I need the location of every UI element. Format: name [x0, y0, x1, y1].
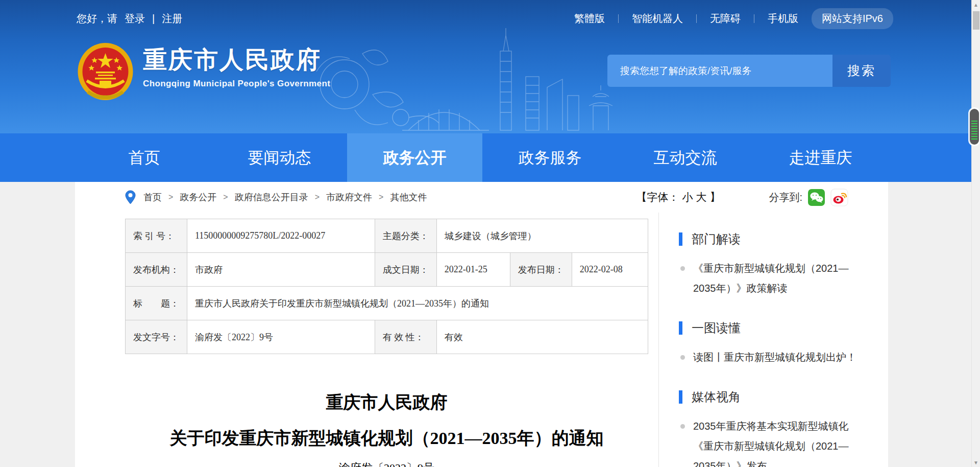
sidebar-section-title: 媒体视角: [692, 389, 741, 405]
font-larger-button[interactable]: 大: [696, 190, 706, 204]
content-area: 首页 > 政务公开 > 政府信息公开目录 > 市政府文件 > 其他文件 【字体：…: [0, 182, 971, 467]
traditional-chinese-link[interactable]: 繁體版: [574, 12, 605, 26]
search-bar: 搜索: [607, 55, 891, 87]
mobile-version-link[interactable]: 手机版: [768, 12, 798, 26]
list-item[interactable]: 2035年重庆将基本实现新型城镇化 《重庆市新型城镇化规划（2021—2035年…: [679, 416, 867, 467]
national-emblem-icon: [77, 42, 134, 101]
scroll-up-arrow-icon[interactable]: ▲: [972, 2, 980, 8]
bullet-icon: [680, 424, 685, 429]
utility-bar: 您好，请 登录 | 注册 繁體版 智能机器人 无障碍 手机版 网站支持IPv6: [77, 0, 893, 37]
sidebar-section-header: 一图读懂: [679, 320, 867, 336]
meta-written-date-value: 2022-01-25: [436, 253, 510, 287]
font-size-widget: 【字体： 小 大 】: [636, 190, 720, 204]
meta-index-label: 索 引 号：: [126, 219, 187, 253]
section-accent-bar: [679, 390, 682, 404]
floating-scroll-widget[interactable]: [970, 109, 979, 145]
nav-item-interaction[interactable]: 互动交流: [618, 133, 753, 182]
sidebar-link[interactable]: 读图丨重庆市新型城镇化规划出炉！: [693, 347, 856, 367]
meta-issuer-label: 发布机构：: [126, 253, 187, 287]
location-pin-icon: [125, 190, 136, 204]
meta-title-label: 标 题：: [126, 287, 187, 320]
nav-item-about-chongqing[interactable]: 走进重庆: [753, 133, 888, 182]
main-nav: 首页 要闻动态 政务公开 政务服务 互动交流 走进重庆: [0, 133, 971, 182]
site-banner: 您好，请 登录 | 注册 繁體版 智能机器人 无障碍 手机版 网站支持IPv6: [0, 0, 971, 133]
sidebar-section-one-image: 一图读懂 读图丨重庆市新型城镇化规划出炉！: [679, 320, 867, 367]
wechat-share-icon[interactable]: [807, 189, 825, 206]
nav-item-gov-affairs-open[interactable]: 政务公开: [347, 133, 482, 182]
separator: [754, 14, 754, 23]
sidebar-link[interactable]: 《重庆市新型城镇化规划（2021—2035年）》政策解读: [693, 259, 867, 298]
greeting-text: 您好，请: [77, 12, 117, 26]
share-group: 分享到:: [769, 189, 848, 206]
page: 您好，请 登录 | 注册 繁體版 智能机器人 无障碍 手机版 网站支持IPv6: [0, 0, 971, 467]
font-size-label: 【字体：: [636, 190, 679, 204]
nav-item-home[interactable]: 首页: [77, 133, 212, 182]
share-label: 分享到:: [769, 191, 802, 204]
font-smaller-button[interactable]: 小: [682, 190, 693, 204]
section-accent-bar: [679, 321, 682, 335]
breadcrumb-separator: >: [315, 193, 320, 202]
sidebar-section-media-view: 媒体视角 2035年重庆将基本实现新型城镇化 《重庆市新型城镇化规划（2021—…: [679, 389, 867, 467]
scroll-down-arrow-icon[interactable]: ▼: [972, 460, 980, 465]
meta-title-value: 重庆市人民政府关于印发重庆市新型城镇化规划（2021—2035年）的通知: [187, 287, 648, 320]
sidebar-section-title: 一图读懂: [692, 320, 741, 336]
accessibility-link[interactable]: 无障碍: [710, 12, 741, 26]
list-item[interactable]: 《重庆市新型城镇化规划（2021—2035年）》政策解读: [679, 259, 867, 298]
page-tools: 【字体： 小 大 】 分享到:: [636, 189, 848, 206]
meta-topic-value: 城乡建设（城乡管理）: [436, 219, 648, 253]
breadcrumb-item-home[interactable]: 首页: [143, 191, 162, 203]
login-link[interactable]: 登录: [125, 12, 145, 26]
weibo-share-icon[interactable]: [830, 189, 848, 206]
document-meta-table: 索 引 号： 11500000009275780L/2022-00027 主题分…: [125, 219, 648, 354]
breadcrumb: 首页 > 政务公开 > 政府信息公开目录 > 市政府文件 > 其他文件: [143, 191, 427, 203]
sidebar-link[interactable]: 2035年重庆将基本实现新型城镇化 《重庆市新型城镇化规划（2021—2035年…: [693, 416, 867, 467]
separator: [696, 14, 697, 23]
meta-validity-value: 有效: [436, 320, 648, 354]
content-card: 首页 > 政务公开 > 政府信息公开目录 > 市政府文件 > 其他文件 【字体：…: [75, 182, 888, 467]
section-accent-bar: [679, 232, 682, 246]
login-register-divider: |: [152, 13, 155, 25]
scrollbar[interactable]: ▲ ▼: [971, 0, 980, 467]
meta-publish-date-label: 发布日期：: [510, 253, 572, 287]
search-input[interactable]: [607, 55, 832, 87]
sidebar-section-header: 部门解读: [679, 231, 867, 247]
table-row: 索 引 号： 11500000009275780L/2022-00027 主题分…: [126, 219, 648, 253]
bullet-icon: [680, 266, 685, 271]
breadcrumb-separator: >: [379, 193, 383, 202]
content-columns: 索 引 号： 11500000009275780L/2022-00027 主题分…: [75, 213, 888, 467]
meta-doc-no-label: 发文字号：: [126, 320, 187, 354]
utility-links: 繁體版 智能机器人 无障碍 手机版 网站支持IPv6: [574, 8, 893, 29]
meta-validity-label: 有 效 性：: [375, 320, 436, 354]
site-branding: 重庆市人民政府 Chongqing Municipal People's Gov…: [143, 46, 330, 89]
search-button[interactable]: 搜索: [832, 55, 891, 87]
table-row: 发文字号： 渝府发〔2022〕9号 有 效 性： 有效: [126, 320, 648, 354]
breadcrumb-row: 首页 > 政务公开 > 政府信息公开目录 > 市政府文件 > 其他文件 【字体：…: [75, 182, 888, 213]
table-row: 标 题： 重庆市人民政府关于印发重庆市新型城镇化规划（2021—2035年）的通…: [126, 287, 648, 320]
site-subtitle: Chongqing Municipal People's Government: [143, 79, 330, 89]
document-title-line2: 关于印发重庆市新型城镇化规划（2021—2035年）的通知: [125, 427, 648, 450]
sidebar-section-title: 部门解读: [692, 231, 741, 247]
list-item[interactable]: 读图丨重庆市新型城镇化规划出炉！: [679, 347, 867, 367]
widget-stripes: [971, 121, 977, 141]
table-row: 发布机构： 市政府 成文日期： 2022-01-25 发布日期： 2022-02…: [126, 253, 648, 287]
breadcrumb-separator: >: [168, 193, 173, 202]
nav-item-news[interactable]: 要闻动态: [212, 133, 347, 182]
breadcrumb-separator: >: [223, 193, 228, 202]
nav-item-gov-services[interactable]: 政务服务: [482, 133, 618, 182]
breadcrumb-item-gov-open[interactable]: 政务公开: [180, 191, 216, 203]
register-link[interactable]: 注册: [162, 12, 182, 26]
document-title-line1: 重庆市人民政府: [125, 391, 648, 414]
breadcrumb-item-city-gov-docs[interactable]: 市政府文件: [326, 191, 372, 203]
site-title: 重庆市人民政府: [143, 46, 330, 74]
breadcrumb-item-info-directory[interactable]: 政府信息公开目录: [235, 191, 308, 203]
account-area: 您好，请 登录 | 注册: [77, 12, 182, 26]
meta-publish-date-value: 2022-02-08: [572, 253, 648, 287]
meta-index-value: 11500000009275780L/2022-00027: [187, 219, 375, 253]
sidebar-section-department-interpretation: 部门解读 《重庆市新型城镇化规划（2021—2035年）》政策解读: [679, 231, 867, 298]
meta-written-date-label: 成文日期：: [375, 253, 436, 287]
meta-topic-label: 主题分类：: [375, 219, 436, 253]
breadcrumb-item-other-docs[interactable]: 其他文件: [390, 191, 427, 203]
smart-robot-link[interactable]: 智能机器人: [632, 12, 683, 26]
scrollbar-thumb[interactable]: [973, 11, 979, 30]
document-main: 索 引 号： 11500000009275780L/2022-00027 主题分…: [125, 213, 648, 467]
